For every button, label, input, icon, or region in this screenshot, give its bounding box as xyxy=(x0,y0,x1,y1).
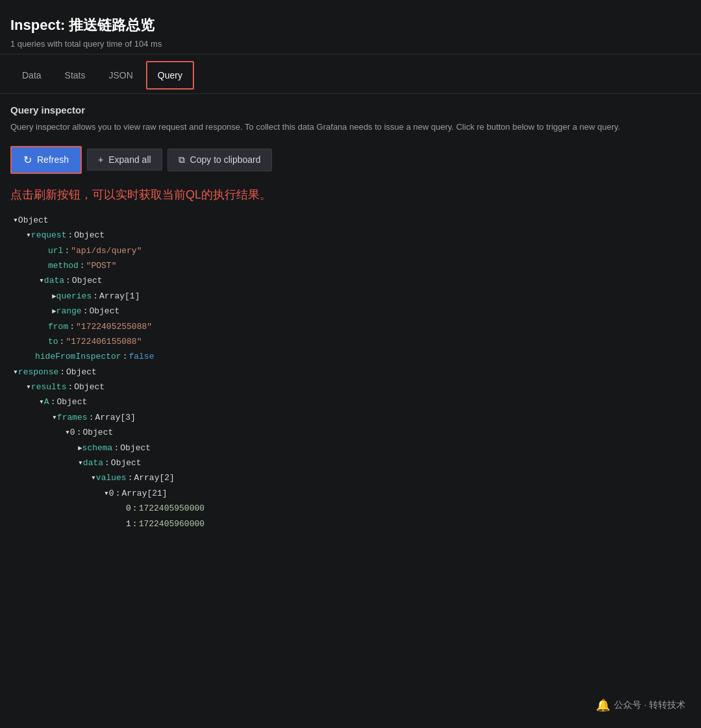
tree-key: values xyxy=(96,470,127,485)
tree-arrow[interactable] xyxy=(13,365,18,380)
header: Inspect: 推送链路总览 1 queries with total que… xyxy=(0,0,701,94)
tree-value: 1722405960000 xyxy=(139,516,204,531)
tree-row: 0 : Array[21] xyxy=(13,486,688,501)
tree-row: response : Object xyxy=(13,365,688,380)
tree-key: 0 xyxy=(109,486,114,501)
tree-arrow[interactable] xyxy=(78,441,82,455)
watermark-icon: 🔔 xyxy=(596,698,610,712)
tree-key: range xyxy=(56,304,82,319)
tree-key: Object xyxy=(18,213,49,228)
tree-value: false xyxy=(129,349,154,364)
tree-value: Object xyxy=(72,273,103,288)
tree-arrow[interactable] xyxy=(39,394,44,409)
tree-key: hideFromInspector xyxy=(35,349,121,364)
tree-value: "POST" xyxy=(86,258,117,273)
tab-query[interactable]: Query xyxy=(146,61,194,90)
tree-value: Object xyxy=(82,425,113,440)
tree-value: Object xyxy=(66,365,97,380)
tree-arrow[interactable] xyxy=(52,289,56,304)
tree-arrow[interactable] xyxy=(52,410,57,425)
expand-icon: + xyxy=(98,154,103,165)
tree-value: Array[21] xyxy=(121,486,167,501)
tree-row: data : Object xyxy=(13,455,688,470)
inspector-title: Query inspector xyxy=(10,104,691,115)
tree-row: 0 : 1722405950000 xyxy=(13,501,688,516)
tree-value: "1722406155088" xyxy=(66,334,141,349)
tab-data[interactable]: Data xyxy=(10,61,53,91)
tree-row: to : "1722406155088" xyxy=(13,334,688,349)
tree-row: request : Object xyxy=(13,228,688,243)
tree-key: url xyxy=(48,243,63,258)
tree-row: frames : Array[3] xyxy=(13,410,688,425)
copy-label: Copy to clipboard xyxy=(190,154,261,165)
tree-row: url : "api/ds/query" xyxy=(13,243,688,258)
tree-row: data : Object xyxy=(13,273,688,288)
tree-row: A : Object xyxy=(13,394,688,409)
tree-key: A xyxy=(44,394,49,409)
tree-row: Object xyxy=(13,213,688,228)
tree-row: queries : Array[1] xyxy=(13,289,688,304)
tree-row: 0 : Object xyxy=(13,425,688,440)
tab-json[interactable]: JSON xyxy=(97,61,144,91)
inspector-description: Query inspector allows you to view raw r… xyxy=(10,121,691,134)
tab-bar: Data Stats JSON Query xyxy=(0,57,701,94)
tree-row: from : "1722405255088" xyxy=(13,319,688,334)
tree-value: Object xyxy=(89,304,119,319)
main-content: Query inspector Query inspector allows y… xyxy=(0,94,701,531)
tree-arrow[interactable] xyxy=(26,228,31,243)
tree-row: hideFromInspector : false xyxy=(13,349,688,364)
tree-arrow[interactable] xyxy=(91,470,96,485)
query-tree: Object request : Object url : "api/ds/qu… xyxy=(10,213,691,531)
tab-stats[interactable]: Stats xyxy=(53,61,97,91)
copy-icon: ⧉ xyxy=(178,154,185,165)
tree-value: Object xyxy=(74,228,105,243)
tree-key: 1 xyxy=(126,516,131,531)
tree-key: schema xyxy=(82,441,113,455)
tree-key: 0 xyxy=(126,501,131,516)
tree-key: method xyxy=(48,258,79,273)
tree-value: Object xyxy=(120,441,151,455)
tree-value: "api/ds/query" xyxy=(71,243,141,258)
refresh-label: Refresh xyxy=(37,154,69,165)
tree-arrow[interactable] xyxy=(26,380,31,394)
refresh-button[interactable]: ↻ Refresh xyxy=(10,146,82,174)
tree-value: 1722405950000 xyxy=(139,501,204,516)
tree-key: 0 xyxy=(70,425,75,440)
tree-value: Array[2] xyxy=(134,470,174,485)
tree-value: Object xyxy=(56,394,87,409)
tree-key: to xyxy=(48,334,58,349)
tree-arrow[interactable] xyxy=(65,425,70,440)
annotation-text: 点击刷新按钮，可以实时获取当前QL的执行结果。 xyxy=(10,187,691,202)
watermark: 🔔 公众号 · 转转技术 xyxy=(596,698,685,712)
tree-arrow[interactable] xyxy=(52,304,56,319)
page-subtitle: 1 queries with total query time of 104 m… xyxy=(10,39,691,49)
tree-value: Object xyxy=(111,455,141,470)
watermark-text: 公众号 · 转转技术 xyxy=(614,699,685,711)
expand-all-button[interactable]: + Expand all xyxy=(87,149,162,171)
tree-row: method : "POST" xyxy=(13,258,688,273)
tree-row: values : Array[2] xyxy=(13,470,688,485)
tree-row: results : Object xyxy=(13,380,688,394)
refresh-icon: ↻ xyxy=(23,154,32,166)
tree-value: "1722405255088" xyxy=(76,319,152,334)
tree-key: data xyxy=(83,455,103,470)
expand-label: Expand all xyxy=(108,154,151,165)
tree-key: request xyxy=(31,228,67,243)
tree-key: frames xyxy=(57,410,88,425)
tree-arrow[interactable] xyxy=(78,455,83,470)
tree-value: Array[1] xyxy=(99,289,140,304)
tree-row: 1 : 1722405960000 xyxy=(13,516,688,531)
tree-arrow[interactable] xyxy=(13,213,18,228)
tree-key: response xyxy=(18,365,58,380)
tree-value: Object xyxy=(74,380,105,394)
tree-key: from xyxy=(48,319,68,334)
tree-arrow[interactable] xyxy=(104,486,109,501)
tree-row: range : Object xyxy=(13,304,688,319)
copy-clipboard-button[interactable]: ⧉ Copy to clipboard xyxy=(167,149,272,171)
tree-row: schema : Object xyxy=(13,441,688,455)
toolbar: ↻ Refresh + Expand all ⧉ Copy to clipboa… xyxy=(10,146,691,174)
tree-value: Array[3] xyxy=(95,410,135,425)
tree-key: results xyxy=(31,380,67,394)
page-title: Inspect: 推送链路总览 xyxy=(10,16,691,35)
tree-arrow[interactable] xyxy=(39,273,44,288)
